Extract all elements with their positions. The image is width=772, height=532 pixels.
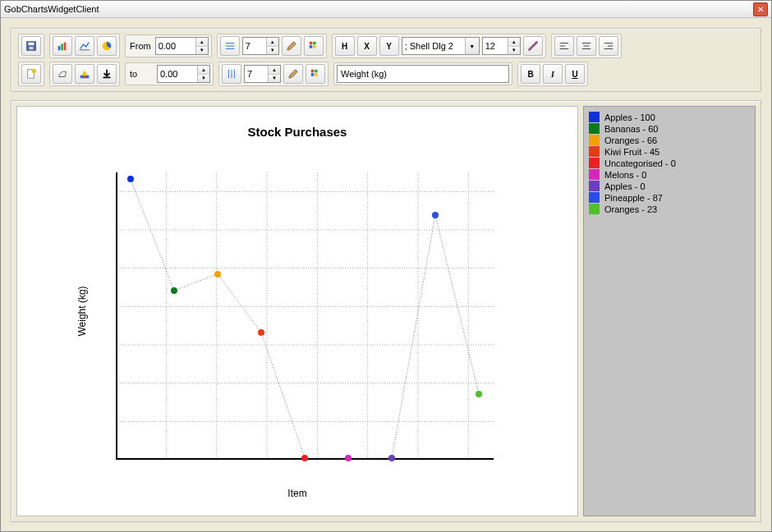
- legend-label: Oranges - 23: [604, 204, 657, 214]
- to-up[interactable]: ▲: [198, 66, 209, 75]
- main-frame: Stock Purchases Weight (kg) Item Apples …: [11, 100, 761, 522]
- legend-label: Uncategorised - 0: [604, 158, 676, 168]
- legend-item[interactable]: Apples - 0: [589, 181, 750, 191]
- pencil-button[interactable]: [282, 36, 301, 56]
- chart-title: Stock Purchases: [17, 125, 577, 139]
- vgrid-up[interactable]: ▲: [269, 66, 280, 75]
- download-button[interactable]: [97, 64, 117, 84]
- pie-chart-icon: [101, 40, 113, 52]
- align-center-icon: [581, 40, 592, 52]
- h-button[interactable]: H: [335, 36, 355, 56]
- y-axis: [116, 172, 117, 460]
- align-right-button[interactable]: [599, 36, 618, 56]
- underline-button[interactable]: U: [565, 64, 585, 84]
- from-spinner[interactable]: ▲▼: [155, 37, 209, 55]
- svg-rect-3: [58, 46, 61, 50]
- vgrid-button[interactable]: [222, 64, 241, 84]
- from-input[interactable]: [156, 38, 195, 54]
- svg-rect-27: [83, 76, 86, 79]
- data-point[interactable]: [476, 391, 482, 397]
- font-combo[interactable]: ▼: [402, 37, 480, 55]
- hgrid-button[interactable]: [220, 36, 240, 56]
- font-dropdown-arrow[interactable]: ▼: [465, 38, 479, 54]
- app-window: GobChartsWidgetClient ✕: [0, 0, 772, 532]
- legend-item[interactable]: Uncategorised - 0: [589, 158, 750, 168]
- pie-chart-button[interactable]: [97, 36, 117, 56]
- palette-button[interactable]: [304, 36, 324, 56]
- hgrid-input[interactable]: [243, 38, 266, 54]
- legend-item[interactable]: Melons - 0: [589, 169, 750, 180]
- legend-item[interactable]: Oranges - 23: [589, 204, 750, 214]
- data-point[interactable]: [388, 455, 395, 461]
- plot-area: [116, 172, 494, 460]
- line-chart-button[interactable]: [75, 36, 94, 56]
- legend-swatch: [589, 204, 600, 214]
- fontsize-down[interactable]: ▼: [508, 47, 520, 55]
- legend-swatch: [589, 123, 600, 134]
- h-label: H: [342, 42, 347, 51]
- to-input[interactable]: [158, 66, 197, 82]
- y-button[interactable]: Y: [379, 36, 399, 56]
- y-axis-label: Weight (kg): [76, 286, 88, 336]
- italic-button[interactable]: I: [543, 64, 563, 84]
- text-color-button[interactable]: [523, 36, 543, 56]
- data-point[interactable]: [171, 287, 177, 294]
- svg-rect-11: [309, 42, 312, 45]
- legend-item[interactable]: Apples - 100: [589, 112, 750, 122]
- save-button[interactable]: [21, 36, 41, 56]
- svg-rect-4: [61, 44, 63, 50]
- fontsize-up[interactable]: ▲: [508, 38, 520, 47]
- legend-item[interactable]: Oranges - 66: [589, 135, 750, 145]
- pencil2-button[interactable]: [283, 64, 303, 84]
- new-button[interactable]: [21, 64, 41, 84]
- legend-item[interactable]: Pineapple - 87: [589, 192, 750, 203]
- align-right-icon: [603, 40, 614, 52]
- legend-swatch: [589, 146, 600, 157]
- x-button[interactable]: X: [357, 36, 377, 56]
- palette2-button[interactable]: [306, 64, 325, 84]
- to-spinner[interactable]: ▲▼: [157, 65, 210, 83]
- from-down[interactable]: ▼: [196, 47, 208, 55]
- svg-point-25: [32, 69, 36, 73]
- vgrid-down[interactable]: ▼: [269, 75, 280, 83]
- hgrid-down[interactable]: ▼: [267, 47, 278, 55]
- svg-rect-28: [103, 77, 111, 79]
- data-point[interactable]: [258, 329, 264, 336]
- bar-chart-button[interactable]: [53, 36, 72, 56]
- data-point[interactable]: [432, 212, 439, 218]
- legend-swatch: [589, 112, 600, 122]
- data-point[interactable]: [127, 176, 134, 182]
- brush-button[interactable]: [75, 64, 94, 84]
- from-up[interactable]: ▲: [196, 38, 208, 47]
- data-point[interactable]: [301, 455, 308, 461]
- hgrid-icon: [224, 40, 236, 52]
- chart-panel: Stock Purchases Weight (kg) Item: [16, 106, 578, 516]
- from-label: From: [128, 41, 153, 51]
- underline-label: U: [572, 70, 577, 79]
- svg-rect-33: [315, 70, 318, 73]
- legend-item[interactable]: Bananas - 60: [589, 123, 750, 134]
- align-center-button[interactable]: [577, 36, 596, 56]
- vgrid-spinner[interactable]: ▲▼: [244, 65, 281, 83]
- bold-button[interactable]: B: [521, 64, 540, 84]
- vgrid-input[interactable]: [245, 66, 268, 82]
- legend-label: Oranges - 66: [604, 135, 657, 145]
- close-button[interactable]: ✕: [753, 2, 768, 16]
- x-axis-label: Item: [287, 488, 306, 499]
- legend-item[interactable]: Kiwi Fruit - 45: [589, 146, 750, 157]
- shape-button[interactable]: [53, 64, 72, 84]
- fontsize-spinner[interactable]: ▲▼: [482, 37, 521, 55]
- hgrid-spinner[interactable]: ▲▼: [242, 37, 279, 55]
- data-point[interactable]: [214, 271, 221, 277]
- to-down[interactable]: ▼: [198, 75, 209, 83]
- data-point[interactable]: [345, 455, 352, 461]
- hgrid-up[interactable]: ▲: [267, 38, 278, 47]
- legend-label: Bananas - 60: [604, 124, 658, 134]
- font-input[interactable]: [402, 41, 465, 51]
- download-icon: [101, 68, 113, 80]
- text-color-icon: [527, 40, 539, 52]
- legend-label: Pineapple - 87: [604, 193, 663, 203]
- align-left-button[interactable]: [554, 36, 574, 56]
- fontsize-input[interactable]: [483, 38, 508, 54]
- axis-label-input[interactable]: [337, 65, 509, 83]
